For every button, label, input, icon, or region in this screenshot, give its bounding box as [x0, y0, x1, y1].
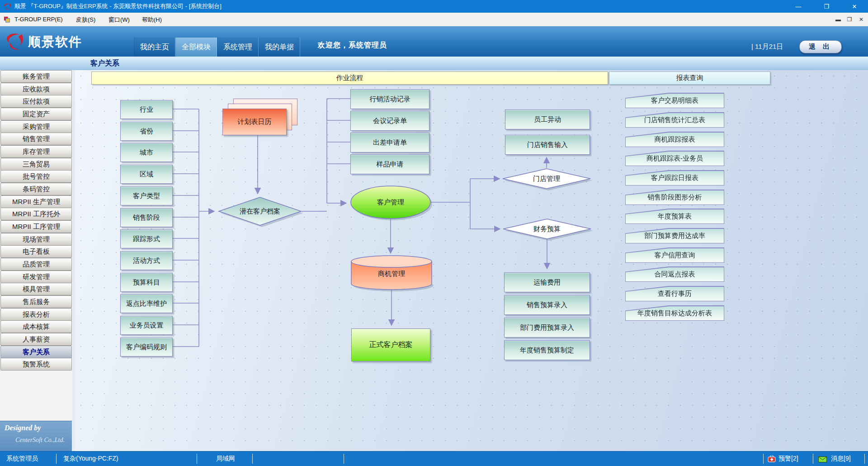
- sidebar-item-rnd[interactable]: 研发管理: [0, 271, 72, 283]
- app-logo-icon: [4, 2, 12, 12]
- flow-node-transport-cost[interactable]: 运输费用: [504, 272, 590, 292]
- flow-node-sales-stage[interactable]: 销售阶段: [120, 208, 173, 227]
- flow-node-customer-type[interactable]: 客户类型: [120, 186, 173, 205]
- sidebar-item-after-sales[interactable]: 售后服务: [0, 295, 72, 308]
- window-titlebar: 顺景 『T-GROUP』制造业ERP系统 - 东莞顺景软件科技有限公司 - [系…: [0, 0, 868, 13]
- minimize-icon[interactable]: —: [788, 0, 808, 13]
- sidebar-item-triangle-trade[interactable]: 三角贸易: [0, 158, 72, 171]
- module-sidebar: 账务管理 应收款项 应付款项 固定资产 采购管理 销售管理 库存管理 三角贸易 …: [0, 70, 73, 451]
- menu-tgroup-erp[interactable]: T-GROUP ERP(E): [14, 16, 63, 23]
- flow-node-rebate-ratio[interactable]: 返点比率维护: [120, 294, 173, 313]
- flow-node-dept-expense-budget-entry[interactable]: 部门费用预算录入: [504, 318, 590, 338]
- flow-node-formal-customer-file[interactable]: 正式客户档案: [351, 328, 430, 361]
- sidebar-item-quality[interactable]: 品质管理: [0, 258, 72, 271]
- menu-window[interactable]: 窗口(W): [108, 16, 130, 24]
- flow-node-industry[interactable]: 行业: [120, 100, 173, 119]
- flow-node-marketing-activity[interactable]: 行销活动记录: [350, 89, 429, 109]
- flow-node-activity-method[interactable]: 活动方式: [120, 251, 173, 270]
- close-icon[interactable]: ✕: [844, 0, 864, 13]
- sidebar-item-mold[interactable]: 模具管理: [0, 283, 72, 295]
- sidebar-item-purchasing[interactable]: 采购管理: [0, 120, 72, 133]
- sub-header: 客户关系: [0, 57, 868, 71]
- flow-node-business-trip[interactable]: 出差申请单: [350, 133, 429, 152]
- sidebar-item-payables[interactable]: 应付款项: [0, 95, 72, 108]
- sidebar-item-mrp-process[interactable]: MRPII 工序管理: [0, 220, 72, 233]
- section-header-workflow: 作业流程: [91, 71, 608, 85]
- tab-my-documents[interactable]: 我的单据: [259, 38, 300, 57]
- sidebar-item-inventory[interactable]: 库存管理: [0, 145, 72, 158]
- company-text: CenterSoft Co.,Ltd.: [15, 437, 65, 444]
- flow-node-financial-budget[interactable]: 财务预算: [533, 225, 561, 233]
- flow-canvas: [72, 70, 868, 451]
- flow-node-annual-sales-budget[interactable]: 年度销售预算制定: [504, 340, 590, 360]
- sidebar-footer: Designed by CenterSoft Co.,Ltd.: [0, 421, 72, 452]
- sidebar-item-barcode[interactable]: 条码管控: [0, 183, 72, 195]
- flow-node-budget-subject[interactable]: 预算科目: [120, 273, 173, 292]
- header-banner: 顺景软件 我的主页 全部模块 系统管理 我的单据 欢迎您，系统管理员 | 11月…: [0, 26, 868, 57]
- window-title: 顺景 『T-GROUP』制造业ERP系统 - 东莞顺景软件科技有限公司 - [系…: [14, 2, 222, 10]
- sidebar-item-shopfloor[interactable]: 现场管理: [0, 233, 72, 246]
- sidebar-item-eboard[interactable]: 电子看板: [0, 245, 72, 258]
- alert-icon[interactable]: [768, 456, 776, 464]
- status-alert[interactable]: 预警[2]: [778, 455, 798, 463]
- tab-all-modules[interactable]: 全部模块: [175, 38, 217, 57]
- sidebar-item-report-analysis[interactable]: 报表分析: [0, 308, 72, 321]
- flow-node-region[interactable]: 区域: [120, 165, 173, 184]
- message-icon[interactable]: [818, 456, 827, 464]
- flow-node-store-sales-input[interactable]: 门店销售输入: [505, 135, 590, 155]
- status-bar: 系统管理员 复杂(Young-PC:FZ) 局域网 预警[2] 消息[9]: [0, 451, 868, 466]
- designed-by-text: Designed by: [5, 424, 41, 432]
- status-user: 系统管理员: [6, 455, 38, 463]
- flow-node-salesman-setting[interactable]: 业务员设置: [120, 316, 173, 335]
- flow-node-customer-code-rule[interactable]: 客户编码规则: [120, 338, 173, 357]
- menu-bar: T-GROUP ERP(E) 皮肤(S) 窗口(W) 帮助(H) ▬ ❐ ✕: [0, 13, 868, 27]
- flow-node-employee-change[interactable]: 员工异动: [505, 109, 590, 129]
- status-host: 复杂(Young-PC:FZ): [63, 455, 118, 463]
- child-minimize-icon[interactable]: ▬: [833, 15, 843, 24]
- exit-button[interactable]: 退 出: [799, 40, 842, 53]
- flow-node-sales-budget-entry[interactable]: 销售预算录入: [504, 295, 590, 315]
- main-nav: 我的主页 全部模块 系统管理 我的单据: [134, 38, 300, 57]
- page-title: 客户关系: [90, 59, 119, 68]
- sidebar-item-sales[interactable]: 销售管理: [0, 133, 72, 145]
- flow-node-potential-customer-file[interactable]: 潜在客户档案: [240, 207, 280, 216]
- tab-my-home[interactable]: 我的主页: [134, 38, 175, 57]
- tab-system-management[interactable]: 系统管理: [217, 38, 259, 57]
- sidebar-item-mrp-outsourcing[interactable]: MRPII 工序托外: [0, 208, 72, 220]
- flow-node-opportunity-management[interactable]: 商机管理: [378, 270, 405, 278]
- flow-node-customer-management[interactable]: 客户管理: [377, 198, 404, 207]
- brand-logo-icon: [5, 32, 25, 52]
- menu-help[interactable]: 帮助(H): [142, 16, 162, 24]
- menu-skin[interactable]: 皮肤(S): [76, 16, 95, 24]
- child-restore-icon[interactable]: ❐: [844, 15, 854, 24]
- welcome-text: 欢迎您，系统管理员: [318, 41, 387, 50]
- sidebar-item-costing[interactable]: 成本核算: [0, 320, 72, 333]
- flow-node-city[interactable]: 城市: [120, 143, 173, 162]
- section-header-reports: 报表查询: [609, 71, 770, 85]
- flow-node-meeting-record[interactable]: 会议记录单: [350, 111, 429, 131]
- status-message[interactable]: 消息[9]: [831, 455, 851, 463]
- flow-node-tracking-form[interactable]: 跟踪形式: [120, 229, 173, 248]
- brand-name: 顺景软件: [28, 33, 82, 51]
- status-network: 局域网: [216, 455, 235, 463]
- date-display: | 11月21日: [751, 43, 783, 51]
- mdi-child-icon: [4, 16, 10, 25]
- sidebar-item-fixed-assets[interactable]: 固定资产: [0, 108, 72, 120]
- sidebar-item-customer-relations[interactable]: 客户关系: [0, 346, 72, 358]
- child-close-icon[interactable]: ✕: [856, 15, 866, 24]
- sidebar-item-lot-control[interactable]: 批号管控: [0, 170, 72, 183]
- restore-icon[interactable]: ❐: [816, 0, 836, 13]
- sidebar-item-hr-payroll[interactable]: 人事薪资: [0, 333, 72, 346]
- sidebar-item-accounting[interactable]: 账务管理: [0, 70, 72, 83]
- flow-node-sample-request[interactable]: 样品申请: [350, 154, 429, 174]
- flow-node-province[interactable]: 省份: [120, 122, 173, 141]
- flow-node-schedule-calendar[interactable]: 计划表日历: [222, 109, 287, 135]
- sidebar-item-mrp-production[interactable]: MRPII 生产管理: [0, 195, 72, 208]
- sidebar-item-receivables[interactable]: 应收款项: [0, 83, 72, 95]
- flow-node-store-management[interactable]: 门店管理: [533, 175, 560, 183]
- sidebar-item-alert-system[interactable]: 预警系统: [0, 358, 72, 371]
